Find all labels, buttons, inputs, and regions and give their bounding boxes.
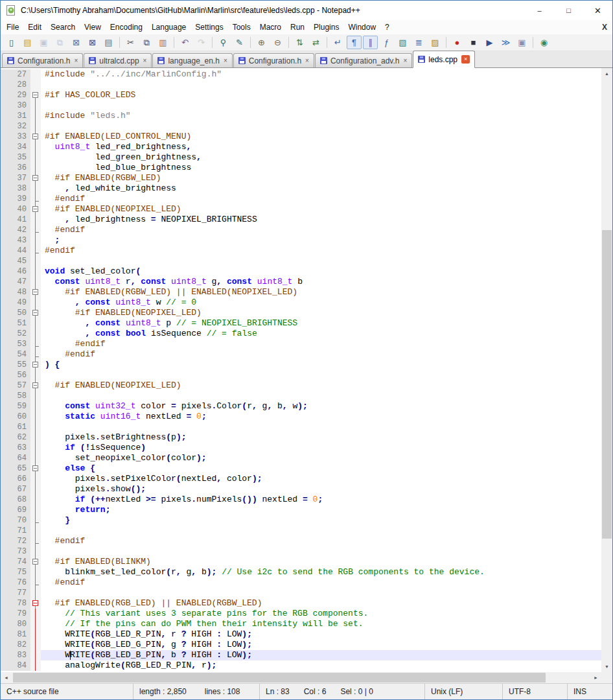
code-text[interactable] xyxy=(41,256,601,266)
fold-collapse-icon[interactable] xyxy=(32,92,38,98)
line-number[interactable]: 79 xyxy=(1,609,30,619)
code-text[interactable]: #endif xyxy=(41,339,601,349)
menu-edit[interactable]: Edit xyxy=(23,21,46,34)
line-number[interactable]: 81 xyxy=(1,629,30,640)
line-number[interactable]: 43 xyxy=(1,235,30,246)
line-number[interactable]: 82 xyxy=(1,640,30,650)
maximize-button[interactable]: □ xyxy=(554,1,583,20)
fold-collapse-icon[interactable] xyxy=(32,362,38,368)
line-number[interactable]: 49 xyxy=(1,298,30,308)
code-text[interactable] xyxy=(41,121,601,132)
code-text[interactable]: pixels.show(); xyxy=(41,484,601,495)
menu-view[interactable]: View xyxy=(80,21,106,34)
scroll-down-icon[interactable]: ▼ xyxy=(601,661,612,672)
code-text[interactable]: void set_led_color( xyxy=(41,266,601,277)
close-all-icon[interactable]: ⊠ xyxy=(85,36,100,49)
code-text[interactable] xyxy=(41,588,601,598)
code-text[interactable]: #include "../../inc/MarlinConfig.h" xyxy=(41,69,601,80)
line-number[interactable]: 40 xyxy=(1,204,30,215)
line-number[interactable]: 84 xyxy=(1,660,30,671)
tab-close-icon[interactable]: × xyxy=(305,58,309,64)
fold-collapse-icon[interactable] xyxy=(32,310,38,316)
paste-icon[interactable]: ▥ xyxy=(156,36,170,49)
line-number[interactable]: 33 xyxy=(1,132,30,142)
fold-collapse-icon[interactable] xyxy=(32,600,38,606)
tab-ultralcd.cpp[interactable]: ultralcd.cpp× xyxy=(84,53,152,67)
code-text[interactable] xyxy=(41,546,601,557)
code-text[interactable] xyxy=(41,80,601,90)
line-number[interactable]: 51 xyxy=(1,318,30,329)
notepadpp-app-icon[interactable] xyxy=(6,5,16,16)
code-text[interactable]: return; xyxy=(41,505,601,515)
code-text[interactable]: #if ENABLED(BLINKM) xyxy=(41,557,601,567)
fold-collapse-icon[interactable] xyxy=(32,382,38,388)
line-number[interactable]: 58 xyxy=(1,391,30,401)
code-text[interactable]: pixels.setPixelColor(nextLed, color); xyxy=(41,474,601,484)
menu-run[interactable]: Run xyxy=(286,21,309,34)
line-number[interactable]: 48 xyxy=(1,287,30,298)
scroll-left-icon[interactable]: ◄ xyxy=(1,672,12,683)
code-text[interactable]: led_blue_brightness xyxy=(41,163,601,173)
zoom-in-icon[interactable]: ⊕ xyxy=(254,36,269,49)
line-number[interactable]: 47 xyxy=(1,277,30,287)
menu-close-button[interactable]: X xyxy=(602,23,607,32)
line-number[interactable]: 57 xyxy=(1,380,30,391)
horizontal-scrollbar[interactable]: ◄ ► xyxy=(1,672,601,683)
menu-search[interactable]: Search xyxy=(46,21,80,34)
code-text[interactable] xyxy=(41,100,601,111)
line-number[interactable]: 30 xyxy=(1,100,30,111)
code-text[interactable]: #endif xyxy=(41,536,601,546)
code-text[interactable]: #endif xyxy=(41,225,601,235)
show-all-chars-icon[interactable]: ¶ xyxy=(347,36,362,49)
line-number[interactable]: 61 xyxy=(1,422,30,432)
line-number[interactable]: 37 xyxy=(1,173,30,183)
code-text[interactable]: led_green_brightness, xyxy=(41,152,601,163)
line-number[interactable]: 36 xyxy=(1,163,30,173)
close-button[interactable]: ✕ xyxy=(583,1,612,20)
menu-help[interactable]: ? xyxy=(380,21,394,34)
folder-workspace-icon[interactable]: ▨ xyxy=(428,36,443,49)
line-number[interactable]: 32 xyxy=(1,121,30,132)
code-text[interactable]: , led_brightness = NEOPIXEL_BRIGHTNESS xyxy=(41,215,601,225)
code-text[interactable]: WRITE(RGB_LED_G_PIN, g ? HIGH : LOW); xyxy=(41,640,601,650)
horizontal-scroll-thumb[interactable] xyxy=(13,673,546,682)
fold-collapse-icon[interactable] xyxy=(32,465,38,471)
code-text[interactable]: , const uint8_t p // = NEOPIXEL_BRIGHTNE… xyxy=(41,318,601,329)
tab-language_en.h[interactable]: language_en.h× xyxy=(152,53,232,67)
code-text[interactable]: #if ENABLED(LED_CONTROL_MENU) xyxy=(41,132,601,142)
fold-collapse-icon[interactable] xyxy=(32,175,38,181)
fold-collapse-icon[interactable] xyxy=(32,206,38,212)
line-number[interactable]: 60 xyxy=(1,412,30,422)
line-number[interactable]: 77 xyxy=(1,588,30,598)
line-number[interactable]: 80 xyxy=(1,619,30,629)
fold-collapse-icon[interactable] xyxy=(32,134,38,139)
line-number[interactable]: 69 xyxy=(1,505,30,515)
line-number[interactable]: 31 xyxy=(1,111,30,121)
line-number[interactable]: 28 xyxy=(1,80,30,90)
code-text[interactable]: #if ENABLED(NEOPIXEL_LED) xyxy=(41,380,601,391)
play-macro-icon[interactable]: ▶ xyxy=(482,36,497,49)
open-folder-icon[interactable]: ▤ xyxy=(20,36,35,49)
line-number[interactable]: 71 xyxy=(1,526,30,536)
code-text[interactable]: if (!isSequence) xyxy=(41,443,601,453)
menu-file[interactable]: File xyxy=(2,21,23,34)
code-text[interactable]: , led_white_brightness xyxy=(41,183,601,194)
code-text[interactable]: WRITE(RGB_LED_B_PIN, b ? HIGH : LOW); xyxy=(41,650,601,660)
line-number[interactable]: 34 xyxy=(1,142,30,152)
code-text[interactable]: else { xyxy=(41,463,601,474)
redo-icon[interactable]: ↷ xyxy=(194,36,209,49)
menu-plugins[interactable]: Plugins xyxy=(309,21,343,34)
line-number[interactable]: 83 xyxy=(1,650,30,660)
line-number[interactable]: 56 xyxy=(1,370,30,380)
code-text[interactable]: analogWrite(RGB_LED_R_PIN, r); xyxy=(41,660,601,671)
line-number[interactable]: 75 xyxy=(1,567,30,578)
fold-collapse-icon[interactable] xyxy=(32,559,38,565)
doc-map-icon[interactable]: ▧ xyxy=(395,36,410,49)
line-number[interactable]: 74 xyxy=(1,557,30,567)
line-number[interactable]: 39 xyxy=(1,194,30,204)
code-text[interactable]: #if ENABLED(NEOPIXEL_LED) xyxy=(41,308,601,318)
menu-settings[interactable]: Settings xyxy=(191,21,227,34)
close-file-icon[interactable]: ⊠ xyxy=(69,36,84,49)
line-number[interactable]: 78 xyxy=(1,598,30,609)
line-number[interactable]: 67 xyxy=(1,484,30,495)
